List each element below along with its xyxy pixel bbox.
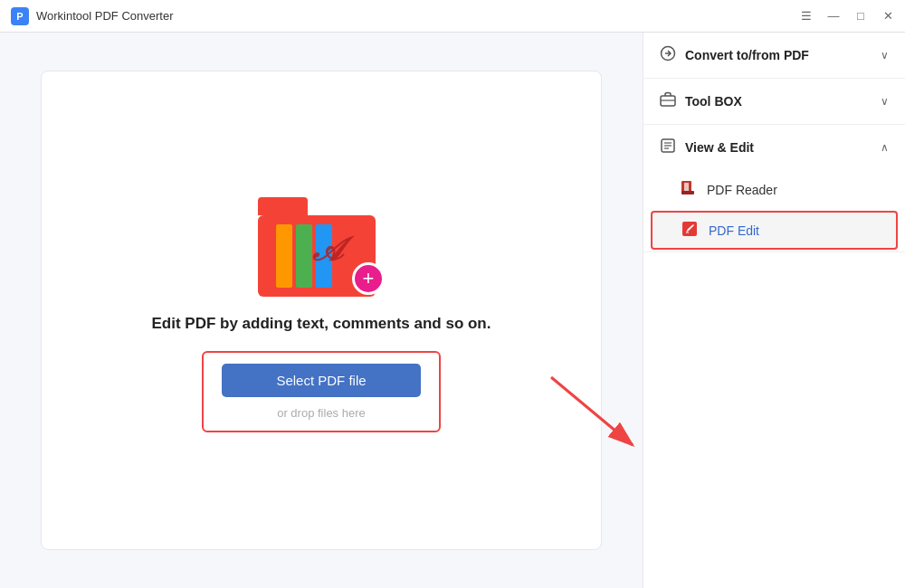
- sidebar-item-pdf-reader[interactable]: PDF Reader: [643, 170, 905, 209]
- folder-tab: [258, 197, 308, 215]
- view-edit-section-header[interactable]: View & Edit ∧: [643, 125, 905, 170]
- sidebar-section-toolbox: Tool BOX ∨: [643, 79, 905, 125]
- plus-badge: +: [352, 262, 385, 295]
- menu-button[interactable]: ☰: [800, 10, 813, 23]
- convert-section-header[interactable]: Convert to/from PDF ∨: [643, 33, 905, 78]
- toolbox-section-left: Tool BOX: [660, 91, 742, 111]
- sidebar-section-convert: Convert to/from PDF ∨: [643, 33, 905, 79]
- convert-chevron: ∨: [881, 49, 889, 62]
- titlebar: P Workintool PDF Converter ☰ — □ ✕: [0, 0, 905, 33]
- view-edit-icon: [660, 138, 676, 157]
- drop-hint: or drop files here: [277, 406, 366, 420]
- app-title: Workintool PDF Converter: [36, 9, 173, 23]
- toolbox-section-header[interactable]: Tool BOX ∨: [643, 79, 905, 124]
- drop-zone[interactable]: 𝒜 + Edit PDF by adding text, comments an…: [41, 71, 602, 550]
- content-area: 𝒜 + Edit PDF by adding text, comments an…: [0, 33, 643, 588]
- maximize-button[interactable]: □: [854, 10, 867, 23]
- svg-rect-11: [681, 191, 694, 194]
- sidebar-item-pdf-edit[interactable]: PDF Edit: [651, 211, 898, 250]
- sidebar-section-view-edit: View & Edit ∧ PDF Reader: [643, 125, 905, 252]
- file-select-container: Select PDF file or drop files here: [202, 351, 440, 432]
- view-edit-chevron: ∧: [881, 141, 889, 154]
- main-description: Edit PDF by adding text, comments and so…: [152, 315, 491, 333]
- minimize-button[interactable]: —: [827, 10, 840, 23]
- folder-illustration: 𝒜 +: [258, 188, 385, 297]
- titlebar-left: P Workintool PDF Converter: [11, 7, 173, 25]
- select-pdf-button[interactable]: Select PDF file: [222, 364, 420, 397]
- toolbox-chevron: ∨: [881, 95, 889, 108]
- pdf-edit-icon: [681, 221, 698, 240]
- pointer-arrow: [542, 368, 651, 459]
- pdf-reader-label: PDF Reader: [707, 183, 777, 197]
- toolbox-icon: [660, 91, 676, 111]
- toolbox-section-label: Tool BOX: [685, 94, 742, 109]
- main-layout: 𝒜 + Edit PDF by adding text, comments an…: [0, 33, 905, 588]
- window-controls: ☰ — □ ✕: [800, 10, 894, 23]
- acrobat-symbol: 𝒜: [302, 220, 352, 279]
- svg-line-1: [551, 377, 633, 445]
- convert-icon: [660, 45, 676, 65]
- view-edit-section-left: View & Edit: [660, 138, 754, 157]
- page-orange: [276, 224, 292, 288]
- pdf-edit-label: PDF Edit: [709, 223, 759, 238]
- view-edit-section-label: View & Edit: [685, 140, 754, 155]
- convert-section-label: Convert to/from PDF: [685, 48, 809, 62]
- convert-section-left: Convert to/from PDF: [660, 45, 809, 65]
- svg-rect-10: [684, 183, 689, 192]
- app-logo: P: [11, 7, 29, 25]
- close-button[interactable]: ✕: [881, 10, 894, 23]
- pdf-reader-icon: [680, 180, 696, 199]
- sidebar: Convert to/from PDF ∨ Tool BOX: [643, 33, 905, 588]
